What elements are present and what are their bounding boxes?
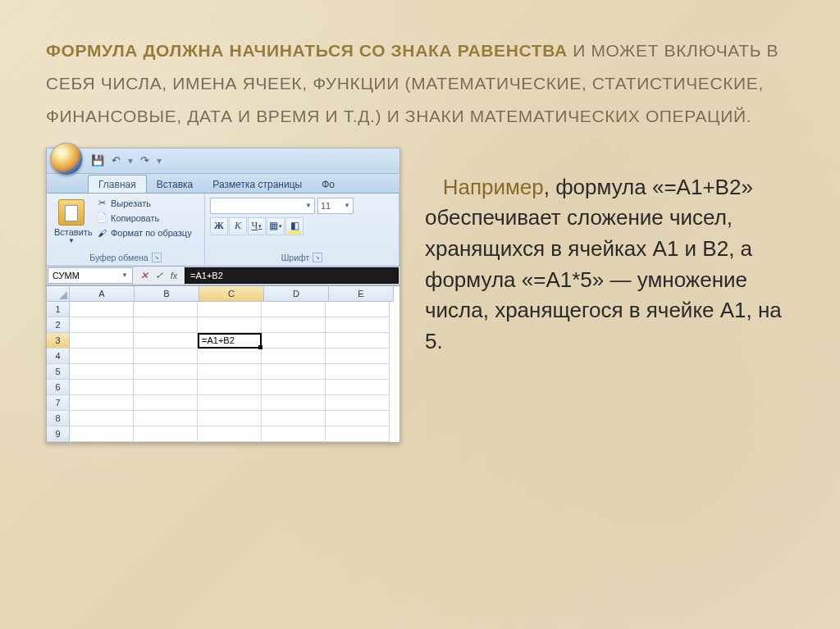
cell[interactable] [70,380,134,395]
redo-icon[interactable]: ↷ [138,154,151,167]
cell[interactable] [198,302,262,317]
cell[interactable] [70,411,134,426]
row-header-2[interactable]: 2 [47,317,70,333]
format-painter-button[interactable]: 🖌 Формат по образцу [94,226,194,239]
name-box[interactable]: СУММ ▼ [48,267,133,284]
select-all-corner[interactable] [47,286,70,302]
underline-button[interactable]: Ч▾ [248,217,266,235]
cell[interactable] [326,333,390,349]
col-header-C[interactable]: C [199,286,264,302]
active-cell-C3[interactable]: =A1+B2 [198,333,262,349]
col-header-B[interactable]: B [135,286,199,302]
cell[interactable] [326,302,390,317]
cell[interactable] [134,317,198,333]
cut-button[interactable]: ✂ Вырезать [94,197,194,210]
office-button[interactable] [50,143,83,175]
title-bar: 💾 ↶ ▾ ↷ ▾ [47,148,399,174]
cell[interactable] [326,426,390,442]
cell[interactable] [134,426,198,442]
cell[interactable] [262,364,326,380]
font-size-combo[interactable]: 11 ▼ [317,198,354,214]
cell[interactable] [70,426,134,442]
bold-button[interactable]: Ж [210,217,228,235]
cell[interactable] [326,364,390,380]
name-box-value: СУММ [52,271,80,280]
cut-label: Вырезать [111,198,151,208]
chevron-down-icon: ▼ [305,202,312,209]
qat-customize-icon[interactable]: ▾ [156,154,162,167]
fx-icon[interactable]: fx [167,269,180,282]
formula-input[interactable]: =A1+B2 [185,267,399,284]
copy-label: Копировать [111,213,159,223]
tab-home[interactable]: Главная [88,175,147,193]
copy-icon: 📄 [96,212,107,224]
col-header-D[interactable]: D [264,286,329,302]
copy-button[interactable]: 📄 Копировать [94,212,194,225]
cell[interactable] [70,395,134,411]
cell[interactable] [134,395,198,411]
save-icon[interactable]: 💾 [91,154,104,167]
col-header-E[interactable]: E [329,286,394,302]
cell[interactable] [262,426,326,442]
paste-button[interactable]: Вставить ▼ [52,197,91,247]
undo-dropdown-icon[interactable]: ▾ [127,154,133,167]
cell[interactable] [198,380,262,395]
cell[interactable] [326,317,390,333]
cell[interactable] [326,395,390,411]
cell[interactable] [198,317,262,333]
cell[interactable] [262,302,326,317]
cell[interactable] [134,333,198,349]
cell[interactable] [134,349,198,364]
chevron-down-icon: ▼ [121,271,128,279]
cell[interactable] [198,364,262,380]
cell[interactable] [262,411,326,426]
cell[interactable] [262,395,326,411]
row-header-5[interactable]: 5 [47,364,70,380]
cell[interactable] [134,364,198,380]
column-header-row: A B C D E [47,286,399,302]
cell[interactable] [198,349,262,364]
font-name-combo[interactable]: ▼ [210,198,315,214]
paste-label: Вставить [54,227,89,237]
cell[interactable] [134,411,198,426]
row-header-4[interactable]: 4 [47,349,70,364]
cell[interactable] [326,380,390,395]
clipboard-dialog-launcher-icon[interactable]: ↘ [152,253,162,262]
row-header-8[interactable]: 8 [47,411,70,426]
cell[interactable] [134,380,198,395]
enter-icon[interactable]: ✓ [153,269,166,282]
paste-dropdown-icon[interactable]: ▼ [54,237,89,244]
row-header-7[interactable]: 7 [47,395,70,411]
group-clipboard: Вставить ▼ ✂ Вырезать 📄 Копировать [47,194,205,266]
cell[interactable] [326,349,390,364]
cell[interactable] [70,302,134,317]
row-header-6[interactable]: 6 [47,380,70,395]
row-header-3[interactable]: 3 [47,333,70,349]
cell[interactable] [262,333,326,349]
tab-formulas-cut[interactable]: Фо [312,175,345,193]
cell[interactable] [262,317,326,333]
italic-button[interactable]: К [229,217,247,235]
cell[interactable] [134,302,198,317]
row-header-9[interactable]: 9 [47,426,70,442]
cell[interactable] [70,333,134,349]
cell[interactable] [262,380,326,395]
cell[interactable] [198,426,262,442]
undo-icon[interactable]: ↶ [109,154,122,167]
cell[interactable] [198,411,262,426]
brush-icon: 🖌 [96,227,107,239]
cell[interactable] [70,317,134,333]
row-header-1[interactable]: 1 [47,302,70,317]
border-button[interactable]: ▦▾ [267,217,285,235]
cell[interactable] [198,395,262,411]
fill-color-button[interactable]: ◧ [285,217,304,235]
font-dialog-launcher-icon[interactable]: ↘ [313,253,322,262]
cell[interactable] [70,349,134,364]
cell[interactable] [326,411,390,426]
col-header-A[interactable]: A [70,286,135,302]
tab-page-layout[interactable]: Разметка страницы [203,175,312,193]
cell[interactable] [262,349,326,364]
cell[interactable] [70,364,134,380]
cancel-icon[interactable]: ✕ [138,269,151,282]
tab-insert[interactable]: Вставка [147,175,203,193]
